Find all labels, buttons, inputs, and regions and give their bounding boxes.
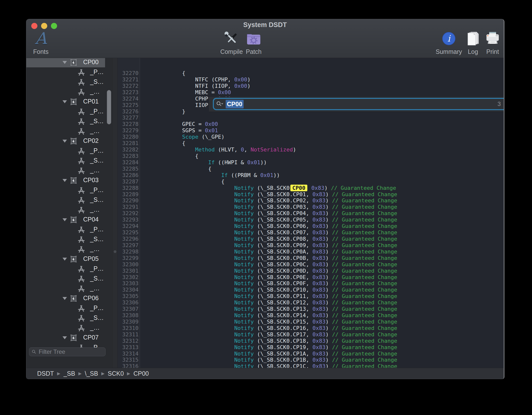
- code-text: {: [140, 70, 185, 76]
- code-text: If ((HWPI & 0x01)): [140, 159, 267, 166]
- code-line-32290: 32290 Notify (\_SB.SCK0.CP02, 0x83) // G…: [118, 197, 504, 204]
- log-button[interactable]: Log: [463, 30, 483, 55]
- tree-child-CP03-P[interactable]: _P…: [26, 185, 105, 195]
- line-number: 32303: [118, 280, 140, 287]
- code-line-32304: 32304 Notify (\_SB.SCK0.CP10, 0x83) // G…: [118, 287, 504, 293]
- tree-child-CP00-S[interactable]: _S…: [26, 77, 105, 87]
- tree-child-CP05-P[interactable]: _P…: [26, 264, 105, 274]
- device-badge-icon: [70, 177, 77, 184]
- match-count: 3: [498, 101, 504, 107]
- code-text: Notify (\_SB.SCK0.CP1B, 0x83) // Guarant…: [140, 357, 397, 363]
- filter-tree-input[interactable]: [38, 348, 103, 356]
- method-icon: [77, 186, 85, 194]
- code-text: NTFC (CPHP, 0x00): [140, 76, 250, 83]
- tree-child-CP05-[interactable]: _…: [26, 284, 105, 294]
- line-number: 32284: [118, 159, 140, 166]
- breadcrumb-item-CP00[interactable]: CP00: [133, 370, 149, 377]
- disclosure-triangle-icon[interactable]: [63, 100, 67, 103]
- tree-child-CP05-S[interactable]: _S…: [26, 274, 105, 284]
- breadcrumb-item-SB[interactable]: \_SB: [85, 370, 98, 377]
- code-line-32302: 32302 Notify (\_SB.SCK0.CP0E, 0x83) // G…: [118, 274, 504, 281]
- disclosure-triangle-icon[interactable]: [63, 297, 67, 300]
- tree-outline[interactable]: CP00 _P… _S… _… CP01 _P… _S…: [26, 58, 112, 357]
- print-button[interactable]: Print: [483, 30, 502, 55]
- summary-button[interactable]: i Summary: [434, 30, 464, 55]
- filter-tree-field[interactable]: [29, 347, 106, 356]
- app-window: System DSDT A Fonts Comp: [26, 19, 504, 379]
- patch-button[interactable]: Patch: [241, 30, 266, 55]
- sidebar-scrollbar[interactable]: [107, 90, 111, 124]
- line-number: 32289: [118, 191, 140, 198]
- tree-item-CP01[interactable]: CP01: [26, 97, 105, 107]
- code-line-32285: 32285 {: [118, 166, 504, 172]
- code-text: Notify (\_SB.SCK0.CP1C, 0x83) // Guarant…: [140, 363, 397, 368]
- method-icon: [77, 118, 85, 126]
- disclosure-triangle-icon[interactable]: [63, 140, 67, 143]
- code-line-32297: 32297 Notify (\_SB.SCK0.CP09, 0x83) // G…: [118, 242, 504, 249]
- tree-child-CP02-[interactable]: _…: [26, 166, 105, 176]
- search-menu-icon[interactable]: [216, 101, 224, 107]
- code-text: Notify (\_SB.SCK0.CP16, 0x83) // Guarant…: [140, 325, 397, 331]
- search-highlight: CP00: [290, 185, 307, 191]
- line-number: 32293: [118, 217, 140, 223]
- tree-child-CP04-P[interactable]: _P…: [26, 225, 105, 235]
- line-number: 32283: [118, 153, 140, 159]
- toolbar: System DSDT A Fonts Comp: [26, 19, 504, 58]
- disclosure-triangle-icon[interactable]: [63, 179, 67, 182]
- tree-child-CP01-S[interactable]: _S…: [26, 117, 105, 126]
- tree-child-CP01-[interactable]: _…: [26, 126, 105, 136]
- breadcrumb-separator-icon: ▶: [127, 371, 130, 376]
- breadcrumb-item-DSDT[interactable]: DSDT: [37, 370, 54, 377]
- method-icon: [77, 127, 85, 135]
- code-text: }: [140, 108, 185, 115]
- line-number: 32292: [118, 210, 140, 217]
- fonts-button[interactable]: A Fonts: [27, 30, 54, 55]
- code-line-32315: 32315 Notify (\_SB.SCK0.CP1B, 0x83) // G…: [118, 357, 504, 363]
- disclosure-triangle-icon[interactable]: [63, 258, 67, 261]
- tree-item-CP05[interactable]: CP05: [26, 254, 105, 264]
- code-line-32288: 32288 Notify (\_SB.SCK0CP00 0x83) // Gua…: [118, 185, 504, 191]
- code-line-32310: 32310 Notify (\_SB.SCK0.CP16, 0x83) // G…: [118, 325, 504, 331]
- disclosure-triangle-icon[interactable]: [63, 218, 67, 221]
- tree-child-CP03-[interactable]: _…: [26, 205, 105, 215]
- line-number: 32304: [118, 287, 140, 293]
- code-text: Notify (\_SB.SCK0.CP02, 0x83) // Guarant…: [140, 197, 397, 204]
- method-icon: [77, 147, 85, 155]
- method-icon: [77, 196, 85, 204]
- disclosure-triangle-icon[interactable]: [63, 61, 67, 64]
- tree-item-CP00[interactable]: CP00: [26, 58, 105, 67]
- code-text: Notify (\_SB.SCK0.CP13, 0x83) // Guarant…: [140, 306, 397, 312]
- pane-splitter[interactable]: [112, 58, 118, 368]
- line-number: 32306: [118, 299, 140, 306]
- line-number: 32294: [118, 223, 140, 229]
- code-editor[interactable]: 32270 {32271 NTFC (CPHP, 0x00)32272 NTFI…: [118, 58, 504, 368]
- code-line-32300: 32300 Notify (\_SB.SCK0.CP0C, 0x83) // G…: [118, 261, 504, 268]
- tree-child-CP06-S[interactable]: _S…: [26, 313, 105, 323]
- tree-child-CP00-[interactable]: _…: [26, 87, 105, 97]
- tree-item-CP07[interactable]: CP07: [26, 333, 105, 343]
- tree-child-CP00-P[interactable]: _P…: [26, 67, 105, 77]
- tree-child-CP04-S[interactable]: _S…: [26, 235, 105, 244]
- tree-child-CP04-[interactable]: _…: [26, 244, 105, 254]
- code-line-32282: 32282 Method (HLVT, 0, NotSerialized): [118, 147, 504, 153]
- tree-child-CP06-[interactable]: _…: [26, 323, 105, 333]
- tree-item-CP02[interactable]: CP02: [26, 136, 105, 146]
- tree-item-CP03[interactable]: CP03: [26, 176, 105, 185]
- tree-child-CP06-P[interactable]: _P…: [26, 303, 105, 313]
- search-input[interactable]: CP00 3 ✕: [213, 98, 504, 110]
- tree-item-CP04[interactable]: CP04: [26, 215, 105, 225]
- code-line-32289: 32289 Notify (\_SB.SCK0.CP01, 0x83) // G…: [118, 191, 504, 198]
- code-line-32270: 32270 {: [118, 70, 504, 76]
- tree-child-CP01-P[interactable]: _P…: [26, 107, 105, 117]
- tree-child-CP02-S[interactable]: _S…: [26, 156, 105, 166]
- tree-child-CP03-S[interactable]: _S…: [26, 195, 105, 205]
- breadcrumb-item-SCK0[interactable]: SCK0: [108, 370, 124, 377]
- patch-icon: [241, 30, 266, 47]
- breadcrumb-item-SB[interactable]: _SB: [63, 370, 75, 377]
- disclosure-triangle-icon[interactable]: [63, 336, 67, 339]
- tree-item-CP06[interactable]: CP06: [26, 294, 105, 303]
- line-number: 32276: [118, 108, 140, 115]
- line-number: 32285: [118, 166, 140, 172]
- tree-child-CP02-P[interactable]: _P…: [26, 146, 105, 156]
- code-text: Notify (\_SB.SCK0.CP17, 0x83) // Guarant…: [140, 331, 397, 338]
